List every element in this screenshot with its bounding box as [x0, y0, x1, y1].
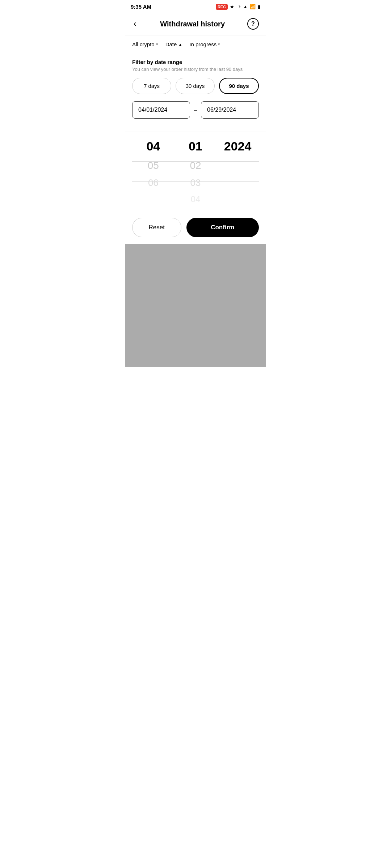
year-selected[interactable]: 2024	[216, 136, 259, 157]
bottom-buttons: Reset Confirm	[125, 211, 266, 244]
month-selected[interactable]: 04	[132, 136, 175, 157]
reset-button[interactable]: Reset	[132, 218, 181, 237]
year-picker-col[interactable]: 2024	[216, 136, 259, 207]
wifi-icon: 📶	[250, 4, 256, 9]
30-days-button[interactable]: 30 days	[176, 78, 215, 94]
day-dim2[interactable]: 03	[175, 174, 217, 191]
day-dim1[interactable]: 02	[175, 157, 217, 174]
day-dim3[interactable]: 04	[175, 191, 217, 207]
crypto-filter[interactable]: All crypto ▾	[132, 41, 158, 47]
7-days-button[interactable]: 7 days	[132, 78, 171, 94]
crypto-filter-arrow: ▾	[156, 42, 158, 47]
status-icons: REC ★ ☽ ▲ 📶 ▮	[216, 4, 260, 10]
date-separator: –	[194, 106, 197, 114]
bluetooth-icon: ★	[230, 4, 234, 9]
confirm-button[interactable]: Confirm	[186, 218, 259, 237]
date-inputs: 04/01/2024 – 06/29/2024	[132, 101, 259, 119]
record-icon: REC	[216, 4, 228, 10]
90-days-button[interactable]: 90 days	[219, 78, 259, 94]
end-date-input[interactable]: 06/29/2024	[201, 101, 259, 119]
header: ‹ Withdrawal history ?	[125, 13, 266, 35]
signal-icon: ▲	[243, 4, 248, 9]
month-dim2[interactable]: 06	[132, 174, 175, 191]
filter-row: All crypto ▾ Date ▲ In progress ▾	[125, 35, 266, 53]
status-filter-label: In progress	[189, 41, 216, 47]
date-filter[interactable]: Date ▲	[165, 41, 182, 47]
scroll-picker[interactable]: 04 05 06 01 02 03 04 2024	[132, 132, 259, 211]
scroll-picker-section: 04 05 06 01 02 03 04 2024	[125, 132, 266, 211]
start-date-input[interactable]: 04/01/2024	[132, 101, 190, 119]
day-selected[interactable]: 01	[175, 136, 217, 157]
background-overlay	[125, 244, 266, 367]
date-filter-label: Date	[165, 41, 177, 47]
status-filter-arrow: ▾	[218, 42, 220, 47]
back-button[interactable]: ‹	[132, 18, 138, 30]
status-filter[interactable]: In progress ▾	[189, 41, 220, 47]
moon-icon: ☽	[236, 4, 241, 9]
date-filter-section: Filter by date range You can view your o…	[125, 53, 266, 129]
month-dim1[interactable]: 05	[132, 157, 175, 174]
status-bar: 9:35 AM REC ★ ☽ ▲ 📶 ▮	[125, 0, 266, 13]
day-picker-col[interactable]: 01 02 03 04	[175, 136, 217, 207]
filter-label: Filter by date range	[132, 59, 259, 65]
status-time: 9:35 AM	[131, 4, 151, 10]
month-picker-col[interactable]: 04 05 06	[132, 136, 175, 207]
day-buttons: 7 days 30 days 90 days	[132, 78, 259, 94]
page-title: Withdrawal history	[160, 20, 225, 28]
battery-icon: ▮	[258, 4, 260, 9]
date-filter-arrow: ▲	[178, 42, 182, 47]
filter-sublabel: You can view your order history from the…	[132, 67, 259, 72]
crypto-filter-label: All crypto	[132, 41, 155, 47]
help-button[interactable]: ?	[247, 18, 259, 30]
